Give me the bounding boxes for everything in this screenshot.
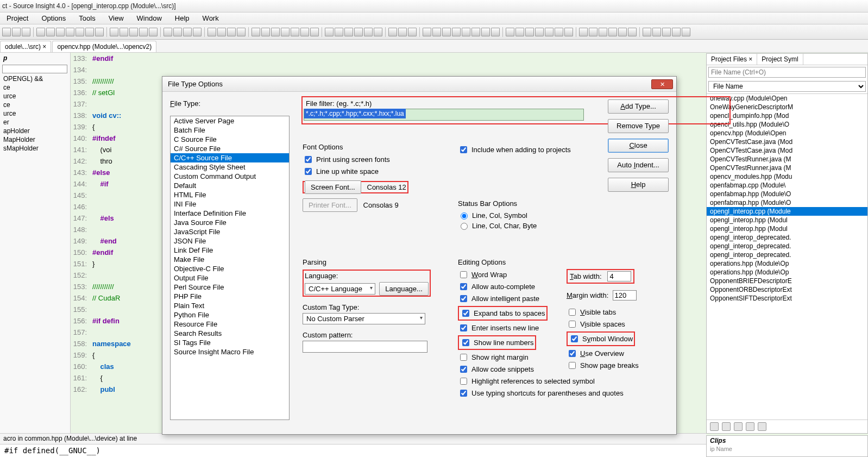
toolbar-button[interactable] [432, 28, 441, 36]
toolbar-button[interactable] [237, 28, 246, 36]
symbol-item[interactable]: OPENGL) && [0, 74, 70, 83]
toolbar-button[interactable] [452, 28, 461, 36]
tab-file-2[interactable]: opencv.hpp (Module\...\opencv2) [52, 41, 156, 52]
toolbar-button[interactable] [46, 28, 55, 36]
toolbar-button[interactable] [506, 28, 514, 36]
file-filter-input[interactable]: *.c;*.h;*.cpp;*.hpp;*.cxx;*.hxx;*.lua [304, 109, 584, 121]
file-type-item[interactable]: Source Insight Macro File [171, 347, 289, 356]
toolbar-button[interactable] [110, 28, 118, 36]
symbol-item[interactable]: MapHolder [0, 135, 70, 144]
custom-tag-select[interactable]: No Custom Parser [303, 313, 425, 324]
toolbar-button[interactable] [408, 28, 417, 36]
show-page-breaks-checkbox[interactable]: Show page breaks [567, 360, 639, 371]
toolbar-button[interactable] [36, 28, 45, 36]
project-file-item[interactable]: opengl_interop.cpp (Module [707, 207, 867, 216]
tab-project-symbol[interactable]: Project Syml [757, 54, 803, 65]
line-up-whitespace-checkbox[interactable]: Line up white space [303, 166, 408, 177]
toolbar-button[interactable] [344, 28, 353, 36]
panel-action-icon[interactable] [710, 422, 719, 431]
help-button[interactable]: Help [608, 178, 669, 192]
gear-icon[interactable] [758, 422, 766, 431]
toolbar-button[interactable] [643, 28, 651, 36]
toolbar-button[interactable] [398, 28, 407, 36]
toolbar-button[interactable] [149, 28, 158, 36]
toolbar-button[interactable] [119, 28, 128, 36]
panel-action-icon[interactable] [746, 422, 754, 431]
toolbar-button[interactable] [325, 28, 334, 36]
symbol-item[interactable]: apHolder [0, 127, 70, 135]
file-type-item[interactable]: Default [171, 181, 289, 190]
use-overview-checkbox[interactable]: Use Overview [567, 348, 639, 359]
file-type-item[interactable]: HTML File [171, 190, 289, 199]
visible-spaces-checkbox[interactable]: Visible spaces [567, 319, 639, 329]
menu-options[interactable]: Options [35, 14, 72, 22]
file-type-item[interactable]: Output File [171, 273, 289, 283]
status-lccb-radio[interactable]: Line, Col, Char, Byte [458, 221, 537, 230]
toolbar-button[interactable] [525, 28, 534, 36]
toolbar-button[interactable] [423, 28, 431, 36]
toolbar-button[interactable] [85, 28, 94, 36]
toolbar-button[interactable] [364, 28, 373, 36]
symbol-item[interactable]: ce [0, 101, 70, 109]
file-name-column[interactable]: File Name [708, 81, 866, 92]
file-type-item[interactable]: Perl Source File [171, 283, 289, 292]
screen-font-button[interactable]: Screen Font... [305, 180, 361, 194]
toolbar-button[interactable] [22, 28, 30, 36]
file-type-item[interactable]: Python File [171, 310, 289, 320]
symbol-item[interactable]: er [0, 118, 70, 127]
toolbar-button[interactable] [129, 28, 138, 36]
toolbar-button[interactable] [662, 28, 671, 36]
margin-width-input[interactable] [613, 290, 637, 301]
toolbar-button[interactable] [515, 28, 524, 36]
toolbar-button[interactable] [608, 28, 617, 36]
panel-action-icon[interactable] [734, 422, 743, 431]
toolbar-button[interactable] [2, 28, 11, 36]
toolbar-button[interactable] [207, 28, 216, 36]
custom-pattern-input[interactable] [303, 341, 427, 353]
project-file-item[interactable]: opengl_interop_deprecated. [707, 242, 867, 251]
close-button[interactable]: Close [608, 139, 669, 153]
toolbar-button[interactable] [481, 28, 490, 36]
file-type-item[interactable]: C Source File [171, 135, 289, 144]
project-file-item[interactable]: opencv.hpp (Module\Open [707, 129, 867, 137]
toolbar-button[interactable] [227, 28, 236, 36]
toolbar-button[interactable] [442, 28, 451, 36]
file-type-item[interactable]: Batch File [171, 126, 289, 135]
project-file-item[interactable]: OpponentSIFTDescriptorExt [707, 294, 867, 303]
toolbar-button[interactable] [217, 28, 226, 36]
toolbar-button[interactable] [388, 28, 397, 36]
visible-tabs-checkbox[interactable]: Visible tabs [567, 307, 639, 317]
language-select[interactable]: C/C++ Language [305, 283, 375, 295]
toolbar-button[interactable] [555, 28, 563, 36]
toolbar-button[interactable] [66, 28, 74, 36]
file-type-listbox[interactable]: Active Server PageBatch FileC Source Fil… [170, 116, 290, 420]
toolbar-button[interactable] [471, 28, 480, 36]
project-file-item[interactable]: opencv_modules.hpp (Modu [707, 172, 867, 181]
file-type-item[interactable]: PHP File [171, 292, 289, 301]
symbol-item[interactable]: urce [0, 109, 70, 118]
file-type-item[interactable]: SI Tags File [171, 338, 289, 347]
menu-view[interactable]: View [102, 14, 130, 22]
symbol-item[interactable]: ce [0, 83, 70, 92]
symbol-item[interactable]: sMapHolder [0, 144, 70, 153]
toolbar-button[interactable] [291, 28, 299, 36]
toolbar-button[interactable] [618, 28, 627, 36]
toolbar-button[interactable] [300, 28, 309, 36]
toolbar-button[interactable] [545, 28, 553, 36]
file-type-item[interactable]: Plain Text [171, 301, 289, 310]
file-name-input[interactable] [708, 67, 866, 78]
toolbar-button[interactable] [564, 28, 573, 36]
project-file-item[interactable]: opengl_interop_deprecated. [707, 233, 867, 242]
project-file-item[interactable]: opencl_utils.hpp (Module\O [707, 120, 867, 129]
project-file-item[interactable]: opencl_dumpinfo.hpp (Mod [707, 111, 867, 120]
tab-file-1[interactable]: odule\...\src) × [0, 41, 51, 52]
show-line-numbers-checkbox[interactable]: Show line numbers [460, 337, 534, 348]
file-type-item[interactable]: Search Results [171, 329, 289, 338]
status-lcs-radio[interactable]: Line, Col, Symbol [458, 211, 537, 220]
toolbar-button[interactable] [599, 28, 607, 36]
file-type-item[interactable]: JSON File [171, 236, 289, 246]
tab-project-files[interactable]: Project Files × [707, 54, 757, 65]
toolbar-button[interactable] [183, 28, 192, 36]
toolbar-button[interactable] [535, 28, 544, 36]
printer-font-button[interactable]: Printer Font... [303, 198, 357, 212]
